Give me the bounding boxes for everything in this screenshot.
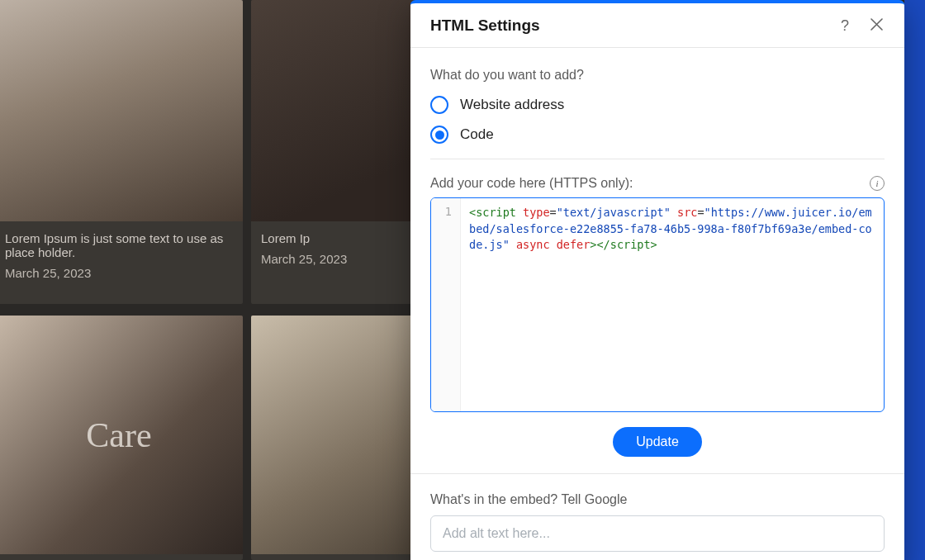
- alt-text-input[interactable]: [430, 515, 885, 552]
- divider: [430, 159, 885, 159]
- close-icon[interactable]: [869, 17, 885, 35]
- gallery-card[interactable]: Lorem Ipsum is just some text to use as …: [0, 0, 243, 304]
- card-image: [0, 0, 243, 221]
- card-image: Care: [0, 316, 243, 554]
- alt-text-label: What's in the embed? Tell Google: [430, 492, 885, 507]
- app-chrome-strip: [904, 0, 925, 560]
- code-textarea[interactable]: <script type="text/javascript" src="http…: [461, 198, 884, 411]
- update-button[interactable]: Update: [613, 427, 702, 457]
- radio-label: Website address: [460, 97, 564, 113]
- radio-label: Code: [460, 126, 494, 143]
- code-section-label: Add your code here (HTTPS only):: [430, 176, 633, 191]
- radio-code[interactable]: Code: [430, 126, 885, 144]
- code-editor[interactable]: 1 <script type="text/javascript" src="ht…: [430, 197, 885, 412]
- add-type-question: What do you want to add?: [430, 68, 885, 83]
- card-description: Lorem Ipsum is just some text to use as …: [5, 231, 233, 259]
- help-icon[interactable]: ?: [839, 17, 851, 35]
- radio-website-address[interactable]: Website address: [430, 96, 885, 114]
- card-word: Care: [86, 415, 151, 455]
- html-settings-modal: HTML Settings ? What do you want to add?…: [410, 0, 904, 560]
- modal-title: HTML Settings: [430, 17, 540, 35]
- info-icon[interactable]: i: [870, 176, 885, 191]
- card-date: March 25, 2023: [5, 266, 233, 280]
- radio-indicator: [430, 126, 448, 144]
- radio-indicator: [430, 96, 448, 114]
- modal-header: HTML Settings ?: [410, 3, 904, 48]
- code-gutter: 1: [431, 198, 461, 411]
- line-number: 1: [431, 205, 460, 218]
- gallery-card[interactable]: Care: [0, 316, 243, 560]
